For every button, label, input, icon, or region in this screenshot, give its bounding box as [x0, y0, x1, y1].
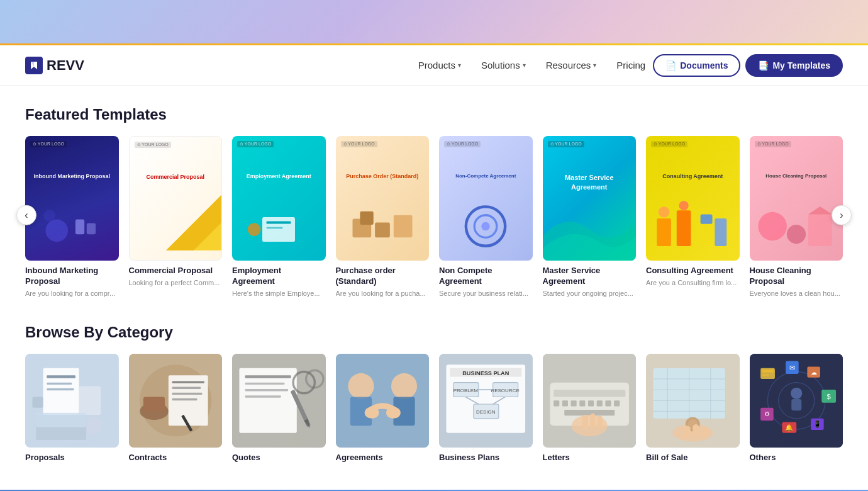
- documents-button[interactable]: 📄 Documents: [653, 54, 740, 77]
- svg-rect-38: [36, 413, 86, 427]
- svg-text:$: $: [826, 393, 831, 400]
- carousel-prev-button[interactable]: ‹: [16, 205, 36, 225]
- svg-text:RESOURCE: RESOURCE: [491, 388, 519, 393]
- category-card-others[interactable]: ✉ ☁ $ ⚙ 🔔 📱 Others: [750, 354, 843, 462]
- svg-rect-15: [360, 212, 373, 225]
- tmpl-logo-label: ⊙ YOUR LOGO: [135, 142, 171, 148]
- category-img-business: BUSINESS PLAN PROBLEM RESOURCE DESIGN: [439, 354, 533, 448]
- category-label-letters: Letters: [543, 453, 637, 462]
- solutions-chevron-icon: ▾: [523, 62, 526, 69]
- template-title-commercial: Commercial Proposal: [129, 266, 223, 276]
- svg-text:📱: 📱: [813, 420, 821, 429]
- category-label-proposals: Proposals: [25, 453, 119, 462]
- svg-rect-83: [562, 400, 567, 406]
- template-desc-commercial: Looking for a perfect Comm...: [129, 278, 223, 288]
- svg-rect-86: [587, 400, 593, 406]
- template-card-commercial[interactable]: ⊙ YOUR LOGO Commercial Proposal Commerci…: [129, 136, 223, 298]
- nav-solutions[interactable]: Solutions ▾: [474, 55, 533, 76]
- template-desc-inbound: Are you looking for a compr...: [25, 289, 119, 298]
- svg-point-2: [46, 220, 69, 242]
- svg-rect-34: [79, 387, 101, 415]
- category-label-agreements: Agreements: [336, 453, 430, 462]
- svg-point-62: [391, 373, 416, 399]
- category-label-others: Others: [750, 453, 843, 462]
- svg-point-18: [482, 222, 490, 230]
- svg-rect-129: [791, 399, 801, 410]
- svg-rect-47: [172, 398, 197, 400]
- template-title-master: Master Service Agreement: [543, 266, 637, 287]
- template-card-employment[interactable]: ⊙ YOUR LOGO Employment Agreement Employm…: [232, 136, 326, 298]
- categories-grid: Proposals: [25, 354, 843, 462]
- category-label-quotes: Quotes: [232, 453, 326, 462]
- template-card-purchase[interactable]: ⊙ YOUR LOGO Purchase Order (Standard) Pu…: [336, 136, 430, 298]
- svg-rect-89: [614, 400, 620, 406]
- svg-rect-23: [701, 215, 713, 224]
- tmpl-logo-label: ⊙ YOUR LOGO: [755, 141, 791, 147]
- svg-rect-45: [172, 387, 201, 389]
- template-card-inbound[interactable]: ⊙ YOUR LOGO Inbound Marketing Proposal I…: [25, 136, 119, 298]
- category-card-agreements[interactable]: Agreements: [336, 354, 430, 462]
- nav-pricing[interactable]: Pricing: [609, 55, 653, 76]
- svg-point-25: [758, 212, 786, 240]
- svg-rect-51: [245, 375, 291, 378]
- hero-banner: [0, 0, 868, 45]
- nav-links: Products ▾ Solutions ▾ Resources ▾ Prici…: [411, 55, 653, 76]
- template-card-consulting[interactable]: ⊙ YOUR LOGO Consulting Agreement Consult…: [646, 136, 740, 298]
- template-card-master[interactable]: ⊙ YOUR LOGO Master Service Agreement Mas…: [543, 136, 637, 298]
- template-card-noncompete[interactable]: ⊙ YOUR LOGO Non-Compete Agreement Non Co…: [439, 136, 533, 298]
- document-icon: 📄: [665, 60, 676, 71]
- svg-rect-21: [677, 210, 691, 246]
- svg-rect-85: [579, 400, 585, 406]
- svg-rect-13: [375, 223, 390, 238]
- svg-rect-3: [75, 220, 84, 235]
- svg-point-60: [348, 373, 374, 399]
- template-icon: 📑: [758, 60, 769, 71]
- template-thumbnail-master: ⊙ YOUR LOGO Master Service Agreement: [543, 136, 637, 261]
- svg-rect-14: [394, 215, 413, 238]
- logo[interactable]: REVV: [25, 57, 84, 74]
- tmpl-logo-label: ⊙ YOUR LOGO: [341, 141, 377, 147]
- svg-rect-84: [570, 400, 576, 406]
- template-title-inbound: Inbound Marketing Proposal: [25, 266, 119, 287]
- template-card-house[interactable]: ⊙ YOUR LOGO House Cleaning Proposal Hous…: [750, 136, 843, 298]
- svg-rect-31: [47, 375, 75, 378]
- svg-rect-88: [605, 400, 611, 406]
- my-templates-button[interactable]: 📑 My Templates: [745, 54, 843, 77]
- svg-rect-53: [245, 389, 289, 391]
- svg-rect-107: [683, 426, 690, 439]
- svg-rect-108: [693, 424, 699, 437]
- category-card-proposals[interactable]: Proposals: [25, 354, 119, 462]
- tmpl-logo-label: ⊙ YOUR LOGO: [30, 141, 67, 147]
- template-desc-purchase: Are you looking for a pucha...: [336, 289, 430, 298]
- template-thumbnail-inbound: ⊙ YOUR LOGO Inbound Marketing Proposal: [25, 136, 119, 261]
- nav-products[interactable]: Products ▾: [411, 55, 469, 76]
- category-img-agreements: [336, 354, 430, 448]
- category-card-letters[interactable]: Letters: [543, 354, 637, 462]
- svg-rect-27: [808, 215, 832, 246]
- svg-point-65: [386, 407, 400, 419]
- svg-rect-90: [564, 410, 615, 415]
- category-img-contracts: [129, 354, 223, 448]
- category-img-others: ✉ ☁ $ ⚙ 🔔 📱: [750, 354, 843, 448]
- tmpl-title-text: Non-Compete Agreement: [443, 173, 528, 179]
- svg-rect-92: [582, 415, 587, 429]
- svg-text:🔔: 🔔: [785, 424, 793, 432]
- category-card-contracts[interactable]: Contracts: [129, 354, 223, 462]
- tmpl-title-text: Purchase Order (Standard): [340, 173, 425, 181]
- svg-rect-81: [554, 390, 625, 397]
- category-img-quotes: [232, 354, 326, 448]
- template-title-consulting: Consulting Agreement: [646, 266, 740, 276]
- category-card-bill[interactable]: Bill of Sale: [646, 354, 740, 462]
- svg-rect-33: [47, 388, 74, 390]
- carousel-next-button[interactable]: ›: [832, 205, 852, 225]
- category-label-business: Business Plans: [439, 453, 533, 462]
- category-card-quotes[interactable]: Quotes: [232, 354, 326, 462]
- category-title: Browse By Category: [25, 324, 843, 341]
- tmpl-title-text: Employment Agreement: [236, 173, 321, 181]
- templates-grid: ⊙ YOUR LOGO Inbound Marketing Proposal I…: [25, 136, 843, 298]
- svg-rect-8: [262, 217, 295, 242]
- svg-point-36: [85, 417, 102, 434]
- template-thumbnail-consulting: ⊙ YOUR LOGO Consulting Agreement: [646, 136, 740, 261]
- category-card-business[interactable]: BUSINESS PLAN PROBLEM RESOURCE DESIGN Bu…: [439, 354, 533, 462]
- nav-resources[interactable]: Resources ▾: [538, 55, 604, 76]
